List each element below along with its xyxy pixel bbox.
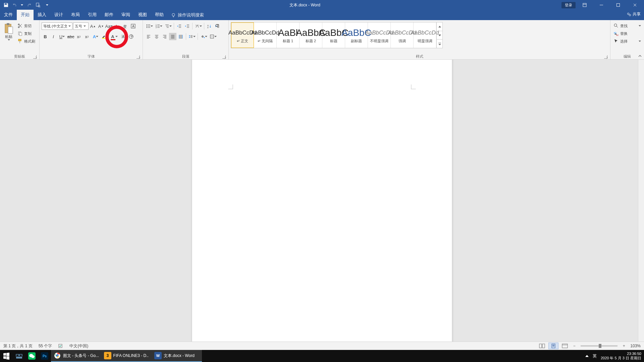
copy-button[interactable]: 复制 xyxy=(16,30,36,37)
taskbar-word[interactable]: W文本.docx - Word xyxy=(152,350,202,362)
undo-icon[interactable] xyxy=(12,2,17,8)
align-distributed-button[interactable] xyxy=(177,33,184,40)
bullets-button[interactable] xyxy=(145,22,154,30)
font-size-combo[interactable]: 五号 xyxy=(73,22,89,30)
undo-dropdown-icon[interactable] xyxy=(21,4,23,6)
style-normal[interactable]: AaBbCcDd↵ 正文 xyxy=(231,22,254,48)
redo-icon[interactable] xyxy=(26,2,32,8)
font-color-button[interactable]: A xyxy=(110,33,119,40)
zoom-level[interactable]: 103% xyxy=(630,344,641,348)
gallery-down-button[interactable] xyxy=(437,31,442,40)
character-border-button[interactable]: A xyxy=(129,22,137,30)
find-button[interactable]: 查找 xyxy=(612,22,642,29)
vertical-scrollbar[interactable] xyxy=(638,60,644,350)
paste-dropdown-icon[interactable] xyxy=(8,39,10,41)
status-language[interactable]: 中文(中国) xyxy=(69,343,88,349)
format-painter-button[interactable]: 格式刷 xyxy=(16,38,36,45)
style-emphasis[interactable]: AaBbCcDd强调 xyxy=(391,22,414,48)
replace-button[interactable]: abac替换 xyxy=(612,30,642,37)
view-read-mode[interactable] xyxy=(537,343,547,349)
tab-insert[interactable]: 插入 xyxy=(34,10,50,20)
multilevel-list-button[interactable] xyxy=(164,22,172,30)
italic-button[interactable]: I xyxy=(50,33,57,40)
tray-expand-icon[interactable] xyxy=(585,355,589,357)
tab-references[interactable]: 引用 xyxy=(84,10,101,20)
gallery-up-button[interactable] xyxy=(437,22,442,31)
clipboard-dialog-launcher[interactable] xyxy=(33,55,37,59)
select-button[interactable]: 选择 xyxy=(612,38,642,45)
character-shading-button[interactable]: A xyxy=(119,33,127,40)
style-no-spacing[interactable]: AaBbCcDd↵ 无间隔 xyxy=(254,22,277,48)
zoom-out-button[interactable]: − xyxy=(571,344,577,348)
style-subtitle[interactable]: AaBbC副标题 xyxy=(345,22,368,48)
task-view-button[interactable] xyxy=(13,350,25,362)
zoom-in-button[interactable]: + xyxy=(621,344,627,348)
tab-review[interactable]: 审阅 xyxy=(117,10,134,20)
bold-button[interactable]: B xyxy=(42,33,49,40)
text-effects-button[interactable]: A xyxy=(91,33,100,40)
decrease-indent-button[interactable] xyxy=(175,22,183,30)
minimize-button[interactable] xyxy=(594,0,609,10)
tab-design[interactable]: 设计 xyxy=(50,10,67,20)
qat-customize-icon[interactable] xyxy=(46,4,48,6)
ribbon-display-options-button[interactable] xyxy=(577,0,592,10)
show-marks-button[interactable] xyxy=(214,22,221,30)
view-web-layout[interactable] xyxy=(560,343,570,349)
asian-layout-button[interactable] xyxy=(194,22,203,30)
share-button[interactable]: 共享 xyxy=(627,11,641,17)
styles-dialog-launcher[interactable] xyxy=(604,55,607,59)
tell-me-search[interactable]: 操作说明搜索 xyxy=(168,10,207,20)
taskbar-photoshop[interactable]: Ps xyxy=(38,350,51,362)
strikethrough-button[interactable]: abc xyxy=(67,33,74,40)
close-button[interactable] xyxy=(627,0,643,10)
enclose-characters-button[interactable]: 字 xyxy=(127,33,135,40)
ime-indicator[interactable]: 英 xyxy=(593,353,597,359)
highlight-button[interactable] xyxy=(101,33,109,40)
underline-button[interactable]: U xyxy=(58,33,66,40)
numbering-button[interactable]: 123 xyxy=(154,22,163,30)
tab-file[interactable]: 文件 xyxy=(0,10,17,20)
tab-layout[interactable]: 布局 xyxy=(67,10,84,20)
maximize-button[interactable] xyxy=(610,0,626,10)
tab-help[interactable]: 帮助 xyxy=(151,10,168,20)
superscript-button[interactable]: x2 xyxy=(83,33,91,40)
increase-indent-button[interactable] xyxy=(183,22,191,30)
tab-home[interactable]: 开始 xyxy=(17,10,34,20)
style-intense-emphasis[interactable]: AaBbCcDd明显强调 xyxy=(414,22,436,48)
tab-mailings[interactable]: 邮件 xyxy=(101,10,117,20)
save-icon[interactable] xyxy=(3,2,9,8)
borders-button[interactable] xyxy=(209,33,217,40)
status-words[interactable]: 55 个字 xyxy=(39,343,52,349)
align-right-button[interactable] xyxy=(161,33,168,40)
change-case-button[interactable]: Aa xyxy=(105,22,113,30)
view-print-layout[interactable] xyxy=(548,343,558,349)
align-left-button[interactable] xyxy=(145,33,152,40)
style-subtle-emphasis[interactable]: AaBbCcDd不明显强调 xyxy=(368,22,391,48)
shrink-font-button[interactable]: A▼ xyxy=(97,22,105,30)
paragraph-dialog-launcher[interactable] xyxy=(222,55,226,59)
font-name-combo[interactable]: 等线 (中文正文) xyxy=(42,22,72,30)
start-button[interactable] xyxy=(0,350,13,362)
document-area[interactable] xyxy=(0,60,644,350)
collapse-ribbon-button[interactable] xyxy=(638,54,642,58)
font-dialog-launcher[interactable] xyxy=(137,55,140,59)
cut-button[interactable]: 剪切 xyxy=(16,22,36,29)
clear-formatting-button[interactable]: A xyxy=(113,22,121,30)
zoom-slider[interactable] xyxy=(581,345,618,347)
spellcheck-icon[interactable] xyxy=(58,343,63,349)
grow-font-button[interactable]: A▲ xyxy=(89,22,97,30)
taskbar-wechat[interactable] xyxy=(25,350,38,362)
paste-button[interactable]: 粘贴 xyxy=(2,22,15,41)
taskbar-fifa[interactable]: 3FIFA ONLINE3 - D... xyxy=(101,350,152,362)
phonetic-guide-button[interactable]: 变 xyxy=(121,22,129,30)
gallery-more-button[interactable] xyxy=(437,40,442,48)
account-login-button[interactable]: 登录 xyxy=(561,2,576,8)
taskbar-chrome[interactable]: 图文 - 头条号 - Go... xyxy=(51,350,101,362)
tray-clock[interactable]: 23:36:50 2020 年 5 月 3 日 星期日 xyxy=(601,352,641,360)
align-center-button[interactable] xyxy=(153,33,160,40)
line-spacing-button[interactable] xyxy=(187,33,196,40)
sort-button[interactable]: AZ xyxy=(206,22,213,30)
shading-button[interactable] xyxy=(199,33,208,40)
status-page[interactable]: 第 1 页，共 1 页 xyxy=(3,343,33,349)
subscript-button[interactable]: x2 xyxy=(75,33,83,40)
